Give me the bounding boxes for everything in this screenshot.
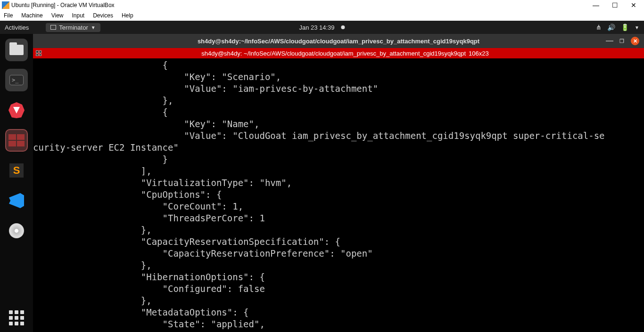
ubuntu-desktop: Activities Terminator ▼ Jan 23 14:39 ⋔ 🔊… bbox=[0, 21, 644, 332]
vb-menu-machine[interactable]: Machine bbox=[21, 12, 42, 19]
terminator-split-icon[interactable] bbox=[36, 50, 41, 56]
tray-chevron-down-icon: ▼ bbox=[635, 25, 639, 30]
current-app-indicator[interactable]: Terminator ▼ bbox=[46, 23, 100, 32]
tab-title: sh4dy@sh4dy: ~/InfoSec/AWS/cloudgoat/clo… bbox=[201, 50, 466, 57]
terminator-tabbar[interactable]: sh4dy@sh4dy: ~/InfoSec/AWS/cloudgoat/clo… bbox=[33, 48, 644, 58]
virtualbox-titlebar: Ubuntu [Running] - Oracle VM VirtualBox … bbox=[0, 0, 644, 10]
ubuntu-dock: >_ S bbox=[0, 34, 33, 332]
terminator-window: sh4dy@sh4dy:~/InfoSec/AWS/cloudgoat/clou… bbox=[33, 34, 644, 332]
dock-sublime[interactable]: S bbox=[5, 159, 28, 182]
terminator-indicator-icon bbox=[50, 25, 56, 30]
folder-icon bbox=[9, 45, 24, 55]
window-titlebar[interactable]: sh4dy@sh4dy:~/InfoSec/AWS/cloudgoat/clou… bbox=[33, 34, 644, 48]
vb-close-button[interactable]: ✕ bbox=[625, 0, 642, 10]
gnome-topbar: Activities Terminator ▼ Jan 23 14:39 ⋔ 🔊… bbox=[0, 21, 644, 34]
vb-menu-file[interactable]: File bbox=[4, 12, 13, 19]
terminator-icon bbox=[8, 134, 25, 146]
virtualbox-menubar: File Machine View Input Devices Help bbox=[0, 10, 644, 21]
terminal-icon: >_ bbox=[9, 75, 24, 85]
chevron-down-icon: ▼ bbox=[91, 25, 96, 30]
vb-minimize-button[interactable]: — bbox=[587, 0, 604, 10]
dock-terminator[interactable] bbox=[5, 129, 28, 152]
dock-vscode[interactable] bbox=[5, 189, 28, 212]
window-close-button[interactable]: ✕ bbox=[631, 37, 639, 45]
sublime-icon: S bbox=[9, 163, 24, 178]
vb-window-title: Ubuntu [Running] - Oracle VM VirtualBox bbox=[11, 2, 115, 8]
show-applications-button[interactable] bbox=[9, 310, 24, 325]
dock-terminal[interactable]: >_ bbox=[5, 69, 28, 91]
terminal-output[interactable]: { "Key": "Scenario", "Value": "iam-prive… bbox=[33, 58, 644, 332]
vb-menu-view[interactable]: View bbox=[51, 12, 64, 19]
activities-button[interactable]: Activities bbox=[5, 24, 29, 31]
window-maximize-button[interactable]: ❐ bbox=[619, 38, 625, 44]
window-minimize-button[interactable]: — bbox=[606, 38, 613, 44]
network-icon[interactable]: ⋔ bbox=[596, 24, 602, 31]
disc-icon bbox=[9, 223, 24, 238]
vb-menu-help[interactable]: Help bbox=[122, 12, 133, 19]
vb-menu-input[interactable]: Input bbox=[72, 12, 85, 19]
dock-disc[interactable] bbox=[5, 219, 28, 242]
vb-maximize-button[interactable]: ☐ bbox=[606, 0, 623, 10]
datetime-label: Jan 23 14:39 bbox=[299, 24, 334, 31]
volume-icon[interactable]: 🔊 bbox=[607, 24, 615, 31]
dock-files[interactable] bbox=[5, 39, 28, 61]
battery-icon[interactable]: 🔋 bbox=[621, 24, 629, 31]
tab-dimensions: 106x23 bbox=[469, 50, 489, 57]
notification-dot-icon bbox=[341, 25, 345, 29]
dock-brave[interactable] bbox=[5, 99, 28, 121]
vscode-icon bbox=[9, 193, 24, 208]
system-tray[interactable]: ⋔ 🔊 🔋 ▼ bbox=[596, 24, 639, 31]
brave-icon bbox=[8, 102, 25, 118]
current-app-name: Terminator bbox=[59, 24, 88, 31]
virtualbox-icon bbox=[2, 1, 9, 9]
vb-menu-devices[interactable]: Devices bbox=[93, 12, 113, 19]
window-title: sh4dy@sh4dy:~/InfoSec/AWS/cloudgoat/clou… bbox=[198, 38, 479, 45]
clock[interactable]: Jan 23 14:39 bbox=[299, 24, 345, 31]
